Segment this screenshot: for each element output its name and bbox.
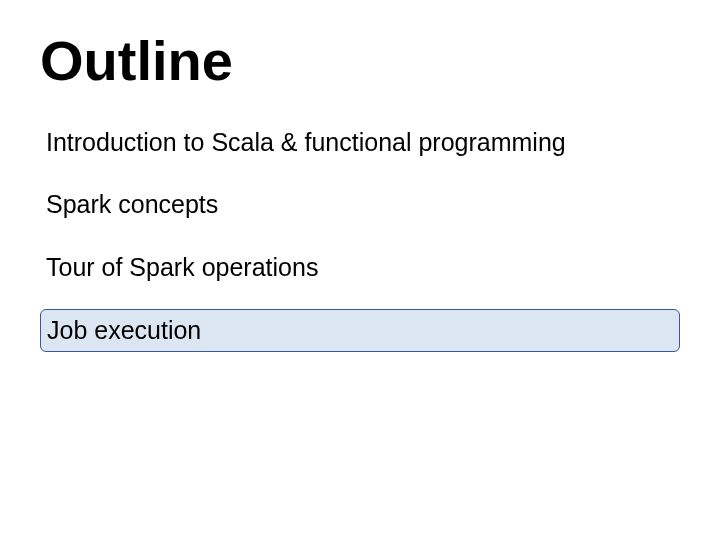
- outline-item: Spark concepts: [40, 184, 680, 225]
- slide-title: Outline: [40, 30, 680, 92]
- outline-item: Introduction to Scala & functional progr…: [40, 122, 680, 163]
- outline-list: Introduction to Scala & functional progr…: [40, 122, 680, 352]
- outline-item-current: Job execution: [40, 309, 680, 352]
- outline-item: Tour of Spark operations: [40, 247, 680, 288]
